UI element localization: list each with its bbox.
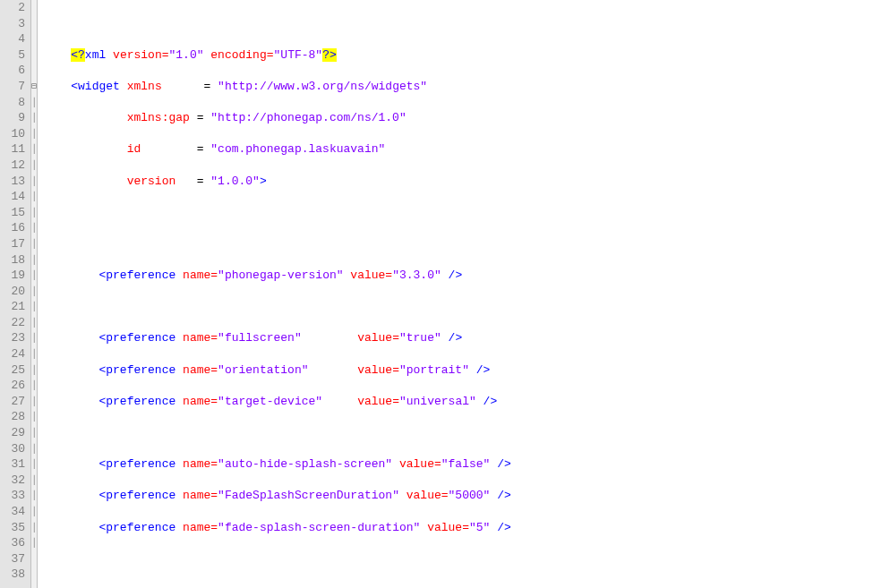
fold-guide: │ (31, 205, 37, 221)
line-number: 15 (4, 205, 25, 221)
line-number: 29 (4, 425, 25, 441)
line-number: 26 (4, 378, 25, 394)
fold-guide: │ (31, 330, 37, 346)
fold-guide: │ (31, 174, 37, 190)
line-number: 25 (4, 362, 25, 379)
fold-toggle-icon[interactable]: ⊟ (31, 79, 37, 95)
line-number: 16 (4, 220, 25, 236)
line-number: 17 (4, 236, 25, 252)
xml-decl-open: <? (71, 48, 85, 62)
code-line: <preference name="auto-hide-splash-scree… (43, 456, 890, 473)
line-number: 37 (4, 551, 25, 567)
line-number: 34 (4, 504, 25, 520)
line-number: 11 (4, 141, 25, 158)
fold-guide: │ (31, 95, 37, 111)
line-number: 36 (4, 535, 25, 551)
line-number: 10 (4, 126, 25, 142)
fold-guide: │ (31, 473, 37, 489)
fold-guide: │ (31, 456, 37, 473)
code-line: <?xml version="1.0" encoding="UTF-8"?> (43, 47, 890, 64)
line-number: 4 (4, 31, 25, 47)
fold-guide: │ (31, 409, 37, 425)
fold-guide: │ (31, 394, 37, 410)
line-number: 33 (4, 488, 25, 504)
fold-guide: │ (31, 126, 37, 142)
line-number: 31 (4, 456, 25, 473)
fold-guide: │ (31, 535, 37, 551)
code-line: id = "com.phonegap.laskuavain" (43, 141, 890, 158)
code-line: <preference name="orientation" value="po… (43, 362, 890, 379)
fold-guide: │ (31, 189, 37, 205)
fold-spacer (31, 0, 37, 16)
line-number: 8 (4, 95, 25, 111)
fold-spacer (31, 551, 37, 567)
fold-guide: │ (31, 346, 37, 362)
line-number: 19 (4, 268, 25, 284)
fold-spacer (31, 47, 37, 64)
fold-guide: │ (31, 141, 37, 158)
line-number: 24 (4, 346, 25, 362)
fold-guide: │ (31, 220, 37, 236)
fold-guide: │ (31, 488, 37, 504)
line-number: 5 (4, 47, 25, 64)
fold-guide: │ (31, 252, 37, 268)
fold-guide: │ (31, 236, 37, 252)
xml-decl-close: ?> (322, 48, 337, 62)
fold-column: ⊟│││││││││││││││││││││││││││││ (31, 0, 38, 588)
line-number: 6 (4, 63, 25, 79)
fold-guide: │ (31, 284, 37, 300)
fold-guide: │ (31, 268, 37, 284)
code-line: <preference name="fullscreen" value="tru… (43, 330, 890, 346)
fold-guide: │ (31, 425, 37, 441)
fold-guide: │ (31, 362, 37, 379)
fold-guide: │ (31, 315, 37, 331)
fold-guide: │ (31, 299, 37, 315)
line-number: 12 (4, 158, 25, 174)
fold-spacer (31, 16, 37, 32)
line-number: 27 (4, 394, 25, 410)
code-line: <preference name="FadeSplashScreenDurati… (43, 488, 890, 504)
line-number: 20 (4, 284, 25, 300)
code-line: xmlns:gap = "http://phonegap.com/ns/1.0" (43, 110, 890, 126)
code-line: <preference name="target-device" value="… (43, 394, 890, 410)
line-number-gutter: 2345678910111213141516171819202122232425… (0, 0, 31, 588)
code-line (43, 583, 890, 588)
fold-spacer (31, 31, 37, 47)
code-line: <preference name="phonegap-version" valu… (43, 268, 890, 284)
code-editor[interactable]: <?xml version="1.0" encoding="UTF-8"?> <… (38, 0, 890, 588)
fold-guide: │ (31, 504, 37, 520)
fold-guide: │ (31, 378, 37, 394)
fold-guide: │ (31, 110, 37, 126)
fold-guide: │ (31, 441, 37, 457)
line-number: 9 (4, 110, 25, 126)
line-number: 30 (4, 441, 25, 457)
line-number: 38 (4, 567, 25, 583)
line-number: 7 (4, 79, 25, 95)
code-line: <preference name="fade-splash-screen-dur… (43, 520, 890, 536)
fold-spacer (31, 567, 37, 583)
code-line (43, 299, 890, 315)
code-line (43, 551, 890, 567)
line-number: 22 (4, 315, 25, 331)
fold-guide: │ (31, 158, 37, 174)
code-line (43, 205, 890, 221)
code-line (43, 236, 890, 252)
line-number: 23 (4, 330, 25, 346)
fold-guide: │ (31, 520, 37, 536)
line-number: 28 (4, 409, 25, 425)
code-line: version = "1.0.0"> (43, 174, 890, 190)
line-number: 13 (4, 174, 25, 190)
line-number: 2 (4, 0, 25, 16)
line-number: 35 (4, 520, 25, 536)
line-number: 3 (4, 16, 25, 32)
code-line: <widget xmlns = "http://www.w3.org/ns/wi… (43, 79, 890, 95)
code-line (43, 16, 890, 32)
line-number: 32 (4, 473, 25, 489)
fold-spacer (31, 63, 37, 79)
line-number: 14 (4, 189, 25, 205)
line-number: 18 (4, 252, 25, 268)
code-line (43, 425, 890, 441)
line-number: 21 (4, 299, 25, 315)
